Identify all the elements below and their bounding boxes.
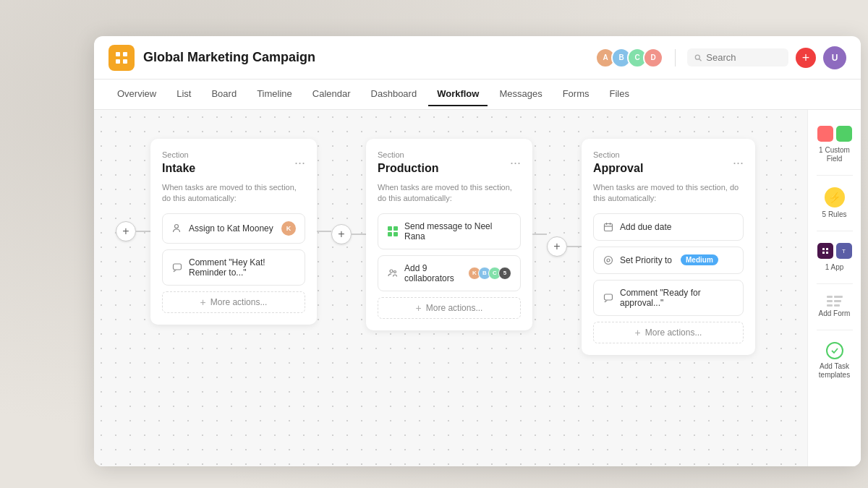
intake-desc: When tasks are moved to this section, do…	[162, 182, 305, 205]
intake-section-label: Section	[162, 150, 195, 159]
approval-name: Approval	[593, 162, 643, 175]
assign-action[interactable]: Assign to Kat Mooney K	[162, 213, 305, 244]
connector-2	[317, 231, 331, 232]
task-templates-sidebar-item[interactable]: Add Tasktemplates	[812, 336, 858, 385]
sidebar-divider-2	[817, 231, 853, 231]
priority-icon	[603, 254, 614, 266]
connector-5	[567, 246, 582, 247]
avatar-4[interactable]: D	[643, 48, 663, 68]
comment-text-approval: Comment "Ready for approval..."	[620, 288, 734, 308]
nav-messages[interactable]: Messages	[490, 82, 550, 106]
due-date-text: Add due date	[620, 222, 671, 232]
custom-field-label: 1 CustomField	[819, 146, 850, 163]
collaborators-text: Add 9 collaborators	[404, 263, 462, 283]
connector-3	[352, 234, 366, 235]
priority-badge: Medium	[681, 254, 718, 265]
svg-rect-1	[123, 52, 127, 56]
intake-header: Section Intake ···	[162, 150, 305, 175]
production-section-wrapper: + Section Production ··· When tasks are …	[331, 139, 547, 330]
intake-menu-button[interactable]: ···	[294, 156, 305, 169]
production-more-actions[interactable]: + More actions...	[378, 297, 521, 319]
intake-more-label: More actions...	[210, 297, 268, 307]
approval-header: Section Approval ···	[593, 150, 744, 175]
sidebar-divider-1	[817, 175, 853, 176]
rules-sidebar-item[interactable]: ⚡ 5 Rules	[812, 181, 858, 225]
app-icon	[109, 45, 135, 71]
intake-name: Intake	[162, 162, 195, 175]
production-more-label: More actions...	[426, 303, 483, 313]
collaborators-action[interactable]: Add 9 collaborators K B C 5	[378, 255, 521, 291]
approval-section-label: Section	[593, 150, 643, 159]
form-icon	[827, 296, 843, 307]
collaborators-avatars: K B C 5	[468, 267, 511, 280]
svg-rect-2	[116, 59, 120, 64]
nav-forms[interactable]: Forms	[554, 82, 598, 106]
comment-icon-1	[171, 262, 183, 273]
production-name: Production	[378, 162, 438, 175]
plus-icon-production: +	[416, 302, 422, 314]
nav-dashboard[interactable]: Dashboard	[362, 82, 426, 106]
svg-rect-21	[822, 248, 825, 250]
priority-text: Set Priority to	[620, 255, 672, 265]
priority-action[interactable]: Set Priority to Medium	[593, 247, 744, 274]
nav-workflow[interactable]: Workflow	[428, 82, 488, 106]
intake-more-actions[interactable]: + More actions...	[162, 291, 305, 313]
navigation: Overview List Board Timeline Calendar Da…	[94, 80, 861, 110]
project-title: Global Marketing Campaign	[143, 50, 315, 65]
add-button[interactable]: +	[796, 48, 816, 68]
comment-action-approval[interactable]: Comment "Ready for approval..."	[593, 280, 744, 316]
svg-rect-11	[393, 232, 398, 236]
search-input[interactable]	[706, 52, 781, 63]
sidebar-divider-3	[817, 283, 853, 284]
message-text: Send message to Neel Rana	[404, 221, 511, 241]
plus-icon-intake: +	[200, 296, 206, 308]
svg-point-19	[607, 259, 610, 262]
main-window: Global Marketing Campaign A B C D + U Ov…	[94, 36, 861, 466]
nav-timeline[interactable]: Timeline	[248, 82, 301, 106]
svg-line-5	[699, 59, 702, 61]
collab-count: 5	[498, 267, 511, 280]
user-avatar[interactable]: U	[823, 46, 846, 69]
connector-1	[136, 231, 150, 232]
add-form-label: Add Form	[819, 309, 851, 318]
teams-icon: T	[836, 243, 852, 259]
svg-rect-20	[605, 294, 613, 300]
sidebar-divider-4	[817, 330, 853, 330]
due-date-action[interactable]: Add due date	[593, 213, 744, 241]
add-before-intake[interactable]: +	[116, 221, 136, 241]
custom-field-icon-green	[836, 126, 852, 142]
assign-text: Assign to Kat Mooney	[189, 223, 273, 234]
nav-files[interactable]: Files	[601, 82, 638, 106]
nav-overview[interactable]: Overview	[109, 82, 165, 106]
message-action[interactable]: Send message to Neel Rana	[378, 213, 521, 249]
production-menu-button[interactable]: ···	[510, 156, 521, 169]
nav-board[interactable]: Board	[203, 82, 245, 106]
approval-card: Section Approval ··· When tasks are move…	[582, 139, 755, 355]
intake-section-wrapper: + Section Intake ··· When tasks are move…	[116, 139, 331, 325]
right-sidebar: 1 CustomField ⚡ 5 Rules	[807, 110, 861, 466]
slack-icon	[817, 243, 833, 259]
task-templates-label: Add Tasktemplates	[819, 362, 850, 380]
add-form-sidebar-item[interactable]: Add Form	[812, 290, 858, 324]
app-label: 1 App	[825, 263, 844, 272]
nav-calendar[interactable]: Calendar	[304, 82, 359, 106]
header: Global Marketing Campaign A B C D + U	[94, 36, 861, 80]
production-section-label: Section	[378, 150, 438, 159]
app-icons: T	[817, 243, 852, 259]
add-before-production[interactable]: +	[331, 224, 352, 244]
connector-4	[532, 234, 547, 235]
custom-field-sidebar-item[interactable]: 1 CustomField	[812, 120, 858, 169]
header-right: A B C D + U	[595, 46, 846, 69]
approval-more-label: More actions...	[645, 328, 702, 338]
svg-rect-8	[388, 226, 392, 231]
nav-list[interactable]: List	[168, 82, 200, 106]
search-box[interactable]	[687, 48, 788, 67]
svg-rect-7	[174, 264, 182, 270]
approval-menu-button[interactable]: ···	[733, 156, 744, 169]
add-before-approval[interactable]: +	[547, 236, 567, 257]
comment-action-1[interactable]: Comment "Hey Kat! Reminder to..."	[162, 249, 305, 286]
assign-icon	[171, 223, 183, 234]
approval-more-actions[interactable]: + More actions...	[593, 322, 744, 343]
app-sidebar-item[interactable]: T 1 App	[812, 237, 858, 278]
svg-rect-10	[388, 232, 392, 236]
